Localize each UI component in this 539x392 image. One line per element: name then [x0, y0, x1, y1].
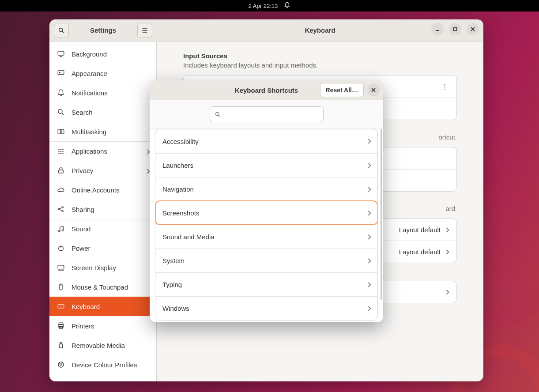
reset-all-button[interactable]: Reset All… — [320, 83, 364, 97]
notification-bell-icon[interactable] — [284, 2, 290, 10]
svg-point-19 — [62, 149, 63, 150]
kebab-menu-icon[interactable]: ⋮ — [441, 83, 449, 90]
svg-point-12 — [59, 72, 60, 73]
svg-point-29 — [62, 211, 63, 212]
dialog-title: Keyboard Shortcuts — [235, 87, 298, 94]
category-label: Launchers — [162, 162, 367, 169]
sidebar-item-search[interactable]: Search — [49, 102, 156, 122]
settings-sidebar: BackgroundAppearanceNotificationsSearchM… — [49, 41, 157, 381]
dialog-titlebar: Keyboard Shortcuts Reset All… — [150, 80, 383, 100]
shortcut-category-list: AccessibilityLaunchersNavigationScreensh… — [155, 129, 378, 320]
sidebar-item-label: Mouse & Touchpad — [72, 283, 128, 291]
mouse-icon — [57, 283, 65, 291]
sidebar-item-applications[interactable]: Applications — [49, 141, 156, 161]
shortcut-category-sound-and-media[interactable]: Sound and Media — [155, 225, 377, 249]
sidebar-item-multitasking[interactable]: Multitasking — [49, 122, 156, 141]
sidebar-item-notifications[interactable]: Notifications — [49, 83, 156, 102]
sidebar-item-label: Online Accounts — [72, 186, 119, 194]
input-sources-heading: Input Sources — [183, 52, 457, 60]
shortcut-category-screenshots[interactable]: Screenshots — [155, 201, 377, 225]
category-label: Navigation — [162, 185, 367, 193]
svg-rect-26 — [59, 170, 64, 173]
category-label: System — [162, 257, 367, 264]
svg-line-1 — [62, 31, 64, 33]
sidebar-item-appearance[interactable]: Appearance — [49, 64, 156, 83]
appearance-icon — [57, 69, 65, 77]
svg-rect-9 — [58, 51, 64, 55]
svg-point-24 — [60, 153, 61, 154]
dialog-search-bar — [150, 100, 383, 129]
svg-point-33 — [62, 230, 63, 231]
shortcut-search-field[interactable] — [225, 111, 319, 118]
hamburger-menu-button[interactable] — [137, 23, 152, 38]
chevron-right-icon — [366, 211, 371, 215]
display-icon — [57, 50, 65, 58]
chevron-right-icon — [444, 227, 449, 232]
sidebar-item-printers[interactable]: Printers — [49, 316, 156, 335]
sidebar-item-screen[interactable]: Screen Display — [49, 258, 156, 277]
sidebar-item-online[interactable]: Online Accounts — [49, 180, 156, 200]
apps-icon — [57, 147, 65, 155]
chevron-right-icon — [366, 258, 371, 263]
sidebar-item-label: Removable Media — [72, 342, 125, 349]
sidebar-item-sharing[interactable]: Sharing — [49, 200, 156, 219]
window-close-button[interactable] — [467, 23, 479, 35]
sidebar-item-removable[interactable]: Removable Media — [49, 335, 156, 355]
svg-rect-15 — [58, 129, 60, 134]
chevron-right-icon — [444, 249, 449, 254]
bell-icon — [57, 89, 65, 97]
window-titlebar: Settings Keyboard — [49, 19, 483, 41]
lock-icon — [57, 166, 65, 174]
top-bar: 2 Apr 22:13 — [0, 0, 539, 11]
svg-point-18 — [60, 149, 61, 150]
sidebar-item-label: Applications — [72, 147, 107, 155]
cloud-icon — [57, 186, 65, 194]
window-maximize-button[interactable] — [449, 23, 461, 35]
svg-line-14 — [62, 113, 64, 115]
sidebar-item-label: Keyboard — [72, 303, 100, 310]
window-minimize-button[interactable] — [431, 23, 444, 35]
shortcut-category-accessibility[interactable]: Accessibility — [155, 129, 377, 153]
shortcut-category-typing[interactable]: Typing — [155, 272, 377, 296]
svg-point-58 — [215, 112, 219, 116]
sidebar-item-sound[interactable]: Sound — [49, 219, 156, 238]
svg-point-52 — [58, 362, 64, 367]
category-label: Sound and Media — [162, 233, 367, 241]
colour-icon — [57, 361, 65, 369]
svg-point-53 — [60, 364, 60, 365]
category-label: Accessibility — [162, 138, 367, 145]
sidebar-item-colour[interactable]: Device Colour Profiles — [49, 355, 156, 374]
svg-point-32 — [59, 230, 60, 232]
svg-rect-51 — [59, 344, 63, 348]
svg-line-59 — [219, 115, 220, 117]
sidebar-item-label: Multitasking — [72, 128, 106, 136]
chevron-right-icon — [366, 139, 371, 143]
multitask-icon — [57, 128, 65, 136]
sidebar-item-privacy[interactable]: Privacy — [49, 161, 156, 180]
sidebar-item-label: Privacy — [72, 167, 93, 174]
shortcut-category-navigation[interactable]: Navigation — [155, 177, 377, 201]
screen-icon — [57, 264, 65, 271]
sidebar-item-label: Sound — [72, 225, 90, 233]
svg-rect-49 — [59, 327, 63, 329]
shortcut-search-input[interactable] — [210, 106, 324, 122]
shortcut-category-system[interactable]: System — [155, 249, 377, 272]
sidebar-item-power[interactable]: Power — [49, 238, 156, 258]
search-icon — [215, 111, 221, 118]
chevron-right-icon — [146, 147, 149, 155]
sidebar-item-label: Screen Display — [72, 264, 116, 271]
shortcut-category-windows[interactable]: Windows — [155, 296, 377, 320]
scrollbar[interactable] — [381, 129, 382, 300]
sidebar-item-mouse[interactable]: Mouse & Touchpad — [49, 277, 156, 297]
chevron-right-icon — [366, 282, 371, 287]
sidebar-search-button[interactable] — [54, 23, 69, 38]
svg-point-55 — [60, 366, 61, 366]
dialog-close-button[interactable] — [367, 84, 380, 96]
sidebar-item-keyboard[interactable]: Keyboard — [49, 297, 156, 316]
sidebar-item-label: Appearance — [72, 70, 107, 77]
chevron-right-icon — [366, 163, 371, 168]
shortcut-category-launchers[interactable]: Launchers — [155, 153, 377, 177]
svg-line-31 — [60, 210, 62, 211]
sidebar-item-background[interactable]: Background — [49, 44, 156, 64]
svg-point-25 — [62, 153, 63, 154]
